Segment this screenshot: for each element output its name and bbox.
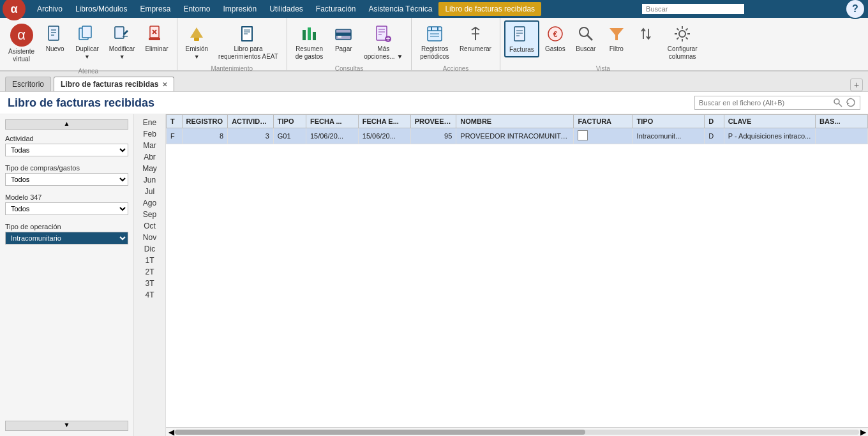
sidebar-scroll-down[interactable]: ▼: [5, 421, 128, 431]
menu-archivo[interactable]: Archivo: [31, 2, 69, 16]
col-header-actividad[interactable]: ACTIVIDAD: [228, 115, 274, 128]
hscroll-right-btn[interactable]: ▶: [859, 428, 867, 437]
col-header-t[interactable]: T: [167, 115, 183, 128]
facturas-button[interactable]: Facturas: [504, 20, 539, 57]
col-header-factura[interactable]: FACTURA: [574, 115, 632, 128]
quarter-3t[interactable]: 3T: [134, 278, 165, 289]
help-button[interactable]: ?: [845, 0, 865, 19]
eliminar-label: Eliminar: [145, 45, 168, 53]
factura-checkbox[interactable]: [578, 130, 588, 140]
cell-bas: [816, 128, 868, 144]
configurar-columnas-button[interactable]: Configurarcolumnas: [663, 20, 702, 64]
col-header-bas[interactable]: BAS...: [816, 115, 868, 128]
search-box: [694, 96, 860, 110]
table-scroll[interactable]: T REGISTRO ACTIVIDAD TIPO FECHA ... FECH…: [166, 114, 868, 427]
menu-libro-facturas[interactable]: Libro de facturas recibidas: [438, 2, 541, 16]
svg-rect-20: [313, 32, 316, 40]
month-dic[interactable]: Dic: [134, 243, 165, 255]
acciones-items: Registrosperiódicos Renumerar: [415, 20, 496, 64]
sidebar-scroll-up[interactable]: ▲: [5, 119, 128, 130]
col-header-fecha1[interactable]: FECHA ...: [306, 115, 358, 128]
month-oct[interactable]: Oct: [134, 220, 165, 232]
menu-libros[interactable]: Libros/Módulos: [69, 2, 133, 16]
month-nov[interactable]: Nov: [134, 232, 165, 243]
filter-modelo347-select[interactable]: Todos: [5, 202, 128, 215]
filtro-button[interactable]: Filtro: [602, 20, 631, 56]
renumerar-button[interactable]: Renumerar: [455, 20, 496, 56]
registros-label: Registrosperiódicos: [420, 45, 449, 61]
hscroll-track[interactable]: [175, 430, 859, 435]
month-ene[interactable]: Ene: [134, 117, 165, 128]
menu-facturacion[interactable]: Facturación: [310, 2, 363, 16]
utiles-items: Facturas € Gastos Buscar Filtro: [504, 20, 702, 64]
page-content: Libro de facturas recibidas ▲ Actividad …: [0, 92, 868, 436]
svg-rect-5: [82, 26, 91, 38]
buscar-toolbar-button[interactable]: Buscar: [571, 20, 601, 56]
month-feb[interactable]: Feb: [134, 128, 165, 140]
col-header-fecha2[interactable]: FECHA E...: [358, 115, 410, 128]
filter-compras-select[interactable]: Todos: [5, 173, 128, 186]
quarter-2t[interactable]: 2T: [134, 266, 165, 278]
col-header-tipo[interactable]: TIPO: [273, 115, 306, 128]
registros-icon: [424, 24, 445, 44]
tab-libro-facturas[interactable]: Libro de facturas recibidas ✕: [54, 77, 174, 91]
col-header-nombre[interactable]: NOMBRE: [456, 115, 574, 128]
month-jul[interactable]: Jul: [134, 186, 165, 197]
quarter-1t[interactable]: 1T: [134, 255, 165, 266]
emision-icon: [186, 24, 207, 44]
libro-aeat-button[interactable]: Libro pararequerimientos AEAT: [214, 20, 283, 64]
month-may[interactable]: May: [134, 163, 165, 174]
refresh-icon[interactable]: [846, 98, 856, 108]
filter-tipo-operacion-select[interactable]: Intracomunitario Todos: [5, 232, 128, 244]
mas-opciones-button[interactable]: + Másopciones... ▼: [359, 20, 407, 64]
svg-rect-19: [308, 27, 311, 40]
search-input[interactable]: [699, 99, 833, 107]
col-header-clave[interactable]: CLAVE: [724, 115, 815, 128]
eliminar-button[interactable]: Eliminar: [140, 20, 172, 56]
menu-search-input[interactable]: [642, 4, 744, 14]
menu-entorno[interactable]: Entorno: [177, 2, 216, 16]
menu-utilidades[interactable]: Utilidades: [263, 2, 310, 16]
menu-impresion[interactable]: Impresión: [216, 2, 263, 16]
svg-point-46: [834, 99, 839, 104]
col-header-tipo2[interactable]: TIPO: [632, 115, 705, 128]
hscroll-thumb[interactable]: [175, 430, 585, 435]
table-row[interactable]: F 8 3 G01 15/06/20... 15/06/20... 95 PRO…: [167, 128, 868, 144]
buscar-toolbar-icon: [576, 24, 596, 44]
asistente-virtual-button[interactable]: α Asistentevirtual: [4, 20, 39, 66]
month-jun[interactable]: Jun: [134, 174, 165, 186]
col-header-registro[interactable]: REGISTRO: [182, 115, 228, 128]
tab-close-icon[interactable]: ✕: [162, 81, 167, 88]
hscroll-left-btn[interactable]: ◀: [167, 428, 175, 437]
sort-button[interactable]: [632, 20, 662, 49]
menu-empresa[interactable]: Empresa: [133, 2, 177, 16]
col-header-d[interactable]: D: [705, 115, 724, 128]
horizontal-scrollbar[interactable]: ◀ ▶: [166, 427, 868, 436]
svg-rect-37: [514, 27, 525, 41]
gastos-button[interactable]: € Gastos: [541, 20, 570, 56]
svg-rect-23: [338, 36, 341, 38]
registros-periodicos-button[interactable]: Registrosperiódicos: [415, 20, 454, 64]
menu-asistencia[interactable]: Asistencia Técnica: [363, 2, 439, 16]
duplicar-button[interactable]: Duplicar▼: [71, 20, 103, 64]
month-sep[interactable]: Sep: [134, 209, 165, 220]
cell-tipo2: Intracomunit...: [632, 128, 705, 144]
tab-add-button[interactable]: +: [850, 79, 863, 91]
modificar-button[interactable]: Modificar▼: [105, 20, 140, 64]
quarter-4t[interactable]: 4T: [134, 289, 165, 301]
nuevo-icon: [45, 24, 65, 44]
month-ago[interactable]: Ago: [134, 197, 165, 209]
filter-actividad-select[interactable]: Todas: [5, 144, 128, 156]
emision-button[interactable]: Emisión▼: [181, 20, 213, 64]
tab-escritorio[interactable]: Escritorio: [5, 77, 51, 91]
resumen-gastos-button[interactable]: Resumende gastos: [291, 20, 327, 64]
pagar-button[interactable]: Pagar: [329, 20, 358, 56]
duplicar-label: Duplicar▼: [75, 45, 99, 61]
cell-registro: 8: [182, 128, 228, 144]
svg-line-47: [839, 103, 842, 107]
month-abr[interactable]: Abr: [134, 151, 165, 163]
data-table: T REGISTRO ACTIVIDAD TIPO FECHA ... FECH…: [166, 114, 868, 144]
month-mar[interactable]: Mar: [134, 140, 165, 151]
col-header-proveedor[interactable]: PROVEEDOR: [410, 115, 456, 128]
nuevo-button[interactable]: Nuevo: [40, 20, 70, 56]
